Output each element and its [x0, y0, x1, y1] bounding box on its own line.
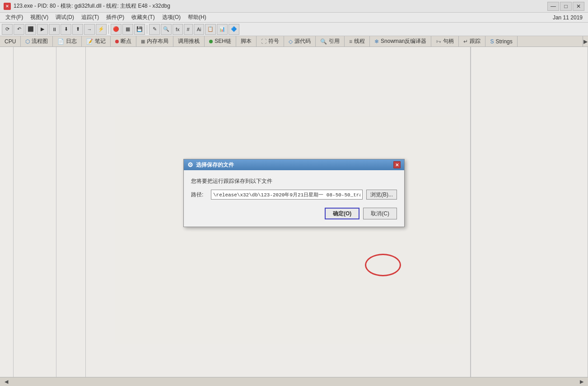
- dialog-body: 您将要把运行跟踪保存到以下文件 路径: 浏览(B)... 确定(O) 取消(C): [184, 170, 404, 227]
- dialog-title-text: 选择保存的文件: [196, 161, 393, 169]
- dialog-path-row: 路径: 浏览(B)...: [191, 190, 397, 200]
- dialog-path-input[interactable]: [211, 190, 363, 200]
- dialog-path-label: 路径:: [191, 191, 207, 199]
- dialog-ok-button[interactable]: 确定(O): [325, 208, 359, 219]
- dialog-title-bar: ⚙ 选择保存的文件 ✕: [184, 159, 404, 170]
- dialog-close-button[interactable]: ✕: [393, 161, 401, 168]
- dialog-cancel-button[interactable]: 取消(C): [363, 208, 397, 219]
- dialog-buttons: 确定(O) 取消(C): [191, 206, 397, 219]
- modal-overlay: ⚙ 选择保存的文件 ✕ 您将要把运行跟踪保存到以下文件 路径: 浏览(B)...…: [0, 0, 588, 386]
- dialog-browse-button[interactable]: 浏览(B)...: [366, 190, 397, 200]
- dialog-title-icon: ⚙: [187, 161, 193, 168]
- save-file-dialog: ⚙ 选择保存的文件 ✕ 您将要把运行跟踪保存到以下文件 路径: 浏览(B)...…: [183, 159, 405, 227]
- dialog-description: 您将要把运行跟踪保存到以下文件: [191, 177, 397, 185]
